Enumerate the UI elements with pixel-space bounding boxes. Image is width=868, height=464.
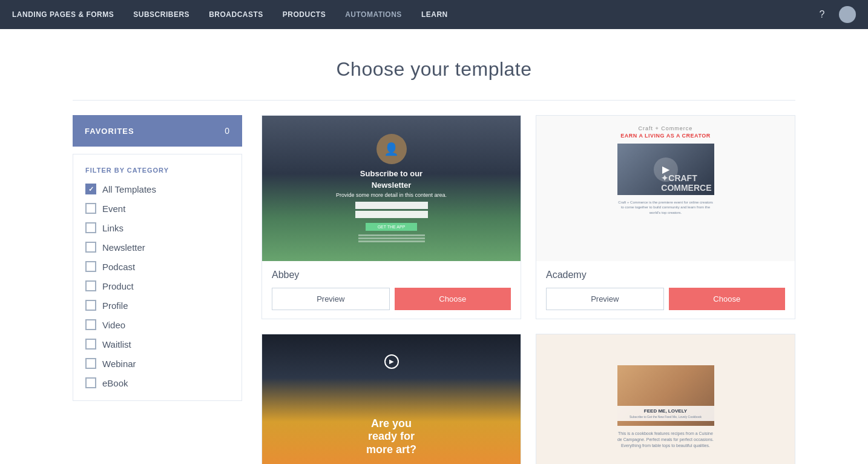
academy-info: Academy Preview Choose [536, 261, 795, 319]
checkbox-waitlist[interactable] [85, 339, 96, 350]
academy-choose-button[interactable]: Choose [669, 288, 786, 310]
template-card-abbey: 👤 Subscribe to our Newsletter Provide so… [261, 115, 521, 319]
filter-item-waitlist[interactable]: Waitlist [85, 339, 229, 350]
nav-automations[interactable]: Automations [345, 10, 402, 19]
nav-products[interactable]: Products [283, 10, 326, 19]
page-title: Choose your template [73, 58, 795, 81]
filter-label-event: Event [102, 204, 125, 214]
abbey-name: Abbey [272, 270, 511, 280]
template-grid: 👤 Subscribe to our Newsletter Provide so… [261, 115, 795, 464]
filter-label-newsletter: Newsletter [102, 242, 145, 253]
abbey-choose-button[interactable]: Choose [395, 288, 511, 310]
filter-label-links: Links [102, 223, 123, 233]
abbey-avatar: 👤 [376, 134, 407, 164]
abbey-preview-button[interactable]: Preview [272, 288, 390, 310]
abbey-actions: Preview Choose [272, 288, 511, 310]
play-icon: ▶ [384, 354, 399, 369]
filter-item-newsletter[interactable]: Newsletter [85, 242, 229, 253]
template-card-art: ▶ Are youready formore art? Art Preview … [261, 334, 521, 464]
academy-preview-button[interactable]: Preview [546, 288, 664, 310]
filter-label-profile: Profile [102, 300, 128, 311]
filter-item-links[interactable]: Links [85, 222, 229, 233]
page-content: Choose your template FAVORITES 0 FILTER … [0, 29, 868, 464]
template-card-academy: Craft + Commerce EARN A LIVING AS A CREA… [536, 115, 795, 319]
nav-right: ? [815, 6, 856, 23]
nav-broadcasts[interactable]: Broadcasts [209, 10, 263, 19]
checkbox-newsletter[interactable] [85, 242, 96, 253]
art-content: ▶ Are youready formore art? [366, 354, 416, 460]
filter-label-product: Product [102, 281, 134, 291]
filter-item-product[interactable]: Product [85, 280, 229, 291]
top-navigation: Landing Pages & Forms Subscribers Broadc… [0, 0, 868, 29]
filter-item-podcast[interactable]: Podcast [85, 261, 229, 272]
filter-item-event[interactable]: Event [85, 203, 229, 214]
checkbox-all[interactable] [85, 184, 96, 194]
filter-label-waitlist: Waitlist [102, 339, 131, 350]
checkbox-ebook[interactable] [85, 377, 96, 388]
checkbox-links[interactable] [85, 222, 96, 233]
filter-label-podcast: Podcast [102, 262, 135, 272]
filter-label-webinar: Webinar [102, 359, 136, 369]
abbey-info: Abbey Preview Choose [262, 261, 521, 319]
abbey-title: Subscribe to our [336, 169, 447, 178]
art-preview: ▶ Are youready formore art? [262, 334, 521, 464]
abbey-preview: 👤 Subscribe to our Newsletter Provide so… [262, 116, 521, 261]
favorites-label: FAVORITES [85, 127, 134, 136]
page-title-section: Choose your template [73, 29, 795, 101]
abbey-content: 👤 Subscribe to our Newsletter Provide so… [336, 134, 447, 244]
avatar[interactable] [839, 6, 856, 23]
filter-label-all: All Templates [102, 184, 156, 194]
filter-label-ebook: eBook [102, 378, 128, 388]
academy-image: ▶ ✦CRAFTCOMMERCE [617, 144, 714, 195]
academy-name: Academy [546, 270, 785, 280]
filter-title: FILTER BY CATEGORY [85, 167, 229, 174]
checkbox-event[interactable] [85, 203, 96, 214]
nav-learn[interactable]: Learn [421, 10, 448, 19]
sidebar: FAVORITES 0 FILTER BY CATEGORY All Templ… [73, 115, 242, 464]
cookbook-preview: FEED ME, LOVELY Subscribe to Get the New… [536, 334, 795, 464]
filter-item-video[interactable]: Video [85, 319, 229, 330]
cookbook-image: FEED ME, LOVELY Subscribe to Get the New… [617, 365, 714, 426]
academy-actions: Preview Choose [546, 288, 785, 310]
help-icon[interactable]: ? [815, 7, 829, 22]
filter-item-profile[interactable]: Profile [85, 300, 229, 311]
checkbox-podcast[interactable] [85, 261, 96, 272]
nav-subscribers[interactable]: Subscribers [133, 10, 189, 19]
main-layout: FAVORITES 0 FILTER BY CATEGORY All Templ… [0, 115, 868, 464]
nav-landing-pages[interactable]: Landing Pages & Forms [12, 10, 114, 19]
academy-preview: Craft + Commerce EARN A LIVING AS A CREA… [536, 116, 795, 261]
favorites-count: 0 [225, 126, 230, 136]
filter-label-video: Video [102, 320, 125, 330]
checkbox-video[interactable] [85, 319, 96, 330]
filter-item-all[interactable]: All Templates [85, 184, 229, 194]
template-card-cookbook: FEED ME, LOVELY Subscribe to Get the New… [536, 334, 795, 464]
checkbox-product[interactable] [85, 280, 96, 291]
filter-item-webinar[interactable]: Webinar [85, 358, 229, 369]
nav-links: Landing Pages & Forms Subscribers Broadc… [12, 10, 815, 19]
checkbox-webinar[interactable] [85, 358, 96, 369]
filter-item-ebook[interactable]: eBook [85, 377, 229, 388]
favorites-button[interactable]: FAVORITES 0 [73, 115, 242, 147]
checkbox-profile[interactable] [85, 300, 96, 311]
filter-section: FILTER BY CATEGORY All Templates Event L… [73, 154, 242, 401]
